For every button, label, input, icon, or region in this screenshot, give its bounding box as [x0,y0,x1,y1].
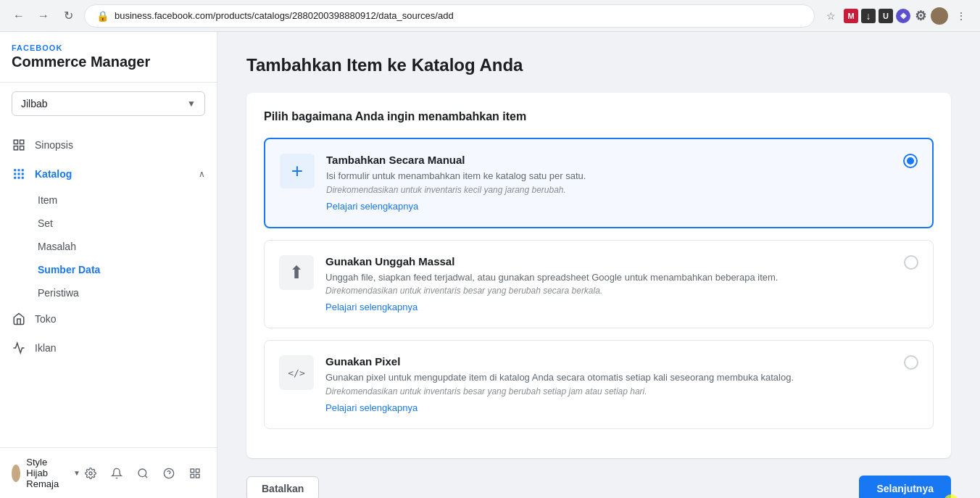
svg-rect-3 [20,146,24,150]
katalog-chevron-icon: ∧ [199,169,205,179]
sidebar-item-sumber-data[interactable]: Sumber Data [0,258,217,281]
svg-point-13 [89,472,92,475]
forward-button[interactable]: → [33,6,54,26]
pixel-rec: Direkomendasikan untuk inventaris besar … [325,386,892,397]
next-button-wrapper: Selanjutnya [859,476,951,499]
svg-rect-7 [14,173,16,175]
svg-rect-0 [14,140,17,144]
pixel-icon: </> [279,355,314,390]
svg-rect-6 [22,169,24,171]
sidebar: FACEBOOK Commerce Manager Jilbab ▼ Sinop… [0,32,217,498]
bulk-radio[interactable] [904,255,918,270]
sidebar-item-peristiwa[interactable]: Peristiwa [0,281,217,304]
svg-rect-19 [196,469,199,473]
sidebar-item-toko[interactable]: Toko [0,304,217,333]
svg-rect-4 [14,169,16,171]
svg-rect-1 [20,140,24,144]
katalog-subnav: Item Set Masalah Sumber Data Peristiwa [0,188,217,304]
svg-rect-8 [18,173,20,175]
manual-radio[interactable] [903,154,918,168]
set-label: Set [38,217,53,229]
cancel-button[interactable]: Batalkan [246,476,319,499]
item-label: Item [38,194,57,206]
user-avatar[interactable] [931,7,948,25]
app-title: Commerce Manager [12,54,205,70]
grid-button[interactable] [185,463,205,484]
bulk-icon: ⬆ [279,255,314,290]
refresh-button[interactable]: ↻ [58,6,78,26]
star-button[interactable]: ☆ [821,6,841,26]
toko-label: Toko [35,313,57,325]
svg-rect-9 [22,173,24,175]
bulk-learn-link[interactable]: Pelajari selengkapnya [325,302,418,312]
app-container: FACEBOOK Commerce Manager Jilbab ▼ Sinop… [0,32,980,498]
options-card: Pilih bagaimana Anda ingin menambahkan i… [246,93,951,458]
masalah-label: Masalah [38,241,76,252]
option-manual[interactable]: + Tambahkan Secara Manual Isi formulir u… [264,138,934,228]
menu-button[interactable]: ⋮ [951,6,971,26]
svg-point-14 [138,469,146,477]
account-arrow-icon: ▼ [73,469,80,477]
address-text: business.facebook.com/products/catalogs/… [115,10,454,21]
manual-content: Tambahkan Secara Manual Isi formulir unt… [326,154,892,212]
svg-rect-21 [196,474,199,478]
iklan-label: Iklan [35,342,57,354]
svg-rect-10 [14,177,16,179]
sidebar-item-sinopsis[interactable]: Sinopsis [0,130,217,159]
iklan-icon [12,341,26,355]
toko-icon [12,312,26,326]
browser-actions: ☆ M ↓ U ◈ ⚙ ⋮ [821,6,971,26]
pixel-learn-link[interactable]: Pelajari selengkapnya [325,402,418,413]
lock-icon: 🔒 [96,10,109,22]
sidebar-item-item[interactable]: Item [0,188,217,212]
next-button[interactable]: Selanjutnya [859,476,951,499]
account-section[interactable]: Style Hijab Remaja ▼ [12,457,80,489]
manual-rec: Direkomendasikan untuk inventaris kecil … [326,185,892,195]
sidebar-item-iklan[interactable]: Iklan [0,333,217,362]
extension-diamond[interactable]: ◈ [896,9,910,23]
svg-rect-20 [191,474,194,478]
help-button[interactable] [159,463,179,484]
back-button[interactable]: ← [9,6,29,26]
extension-m[interactable]: M [844,9,858,23]
bottom-actions: Batalkan Selanjutnya [246,476,951,499]
extension-u[interactable]: U [879,9,893,23]
manual-title: Tambahkan Secara Manual [326,154,892,166]
bulk-title: Gunakan Unggah Massal [325,255,892,267]
svg-rect-11 [18,177,20,179]
address-bar[interactable]: 🔒 business.facebook.com/products/catalog… [84,4,815,28]
page-title: Tambahkan Item ke Katalog Anda [246,55,951,75]
extension-puzzle[interactable]: ⚙ [913,9,928,23]
search-button[interactable] [133,463,153,484]
svg-rect-12 [22,177,24,179]
katalog-icon [12,167,26,181]
option-bulk[interactable]: ⬆ Gunakan Unggah Massal Unggah file, sia… [264,240,934,329]
sidebar-item-set[interactable]: Set [0,212,217,235]
sidebar-footer: Style Hijab Remaja ▼ [0,447,217,498]
svg-rect-18 [191,469,194,473]
svg-rect-5 [18,169,20,171]
manual-learn-link[interactable]: Pelajari selengkapnya [326,201,418,212]
extension-down[interactable]: ↓ [861,9,876,23]
bulk-desc: Unggah file, siapkan feed terjadwal, ata… [325,270,892,285]
dropdown-arrow-icon: ▼ [187,99,196,109]
catalog-dropdown[interactable]: Jilbab ▼ [12,91,205,116]
pixel-radio[interactable] [904,355,918,370]
sidebar-item-katalog[interactable]: Katalog ∧ [0,159,217,188]
section-subtitle: Pilih bagaimana Anda ingin menambahkan i… [264,110,934,123]
notifications-button[interactable] [107,463,127,484]
sidebar-item-masalah[interactable]: Masalah [0,235,217,258]
settings-button[interactable] [80,463,101,484]
sidebar-header: FACEBOOK Commerce Manager [0,32,217,83]
sinopsis-label: Sinopsis [35,139,73,151]
main-content: Tambahkan Item ke Katalog Anda Pilih bag… [217,32,980,498]
account-name: Style Hijab Remaja [26,457,67,489]
browser-nav: ← → ↻ [9,6,78,26]
sinopsis-icon [12,138,26,152]
account-avatar [12,465,20,482]
pixel-title: Gunakan Pixel [325,355,892,368]
peristiwa-label: Peristiwa [38,287,79,299]
brand-label: FACEBOOK [12,43,205,52]
dropdown-value: Jilbab [21,98,48,109]
option-pixel[interactable]: </> Gunakan Pixel Gunakan pixel untuk me… [264,340,934,429]
